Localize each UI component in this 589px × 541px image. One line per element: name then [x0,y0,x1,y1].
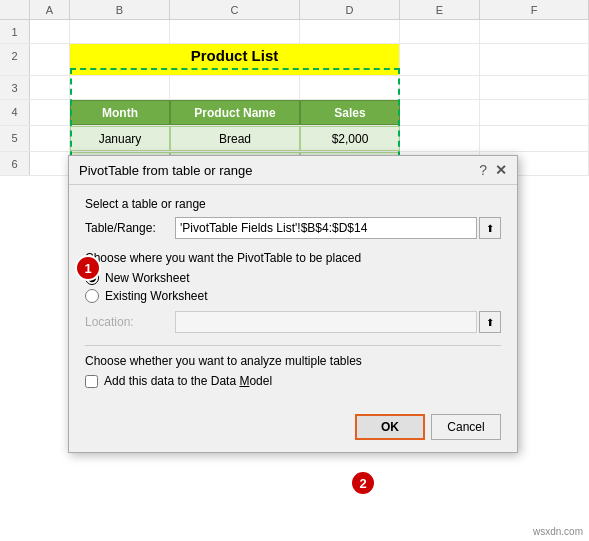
help-icon[interactable]: ? [479,162,487,178]
dialog-controls: ? ✕ [479,162,507,178]
new-worksheet-label: New Worksheet [105,271,189,285]
existing-worksheet-row: Existing Worksheet [85,289,501,303]
section3-label: Choose whether you want to analyze multi… [85,354,501,368]
ok-button[interactable]: OK [355,414,425,440]
location-collapse-button[interactable]: ⬆ [479,311,501,333]
new-worksheet-row: New Worksheet [85,271,501,285]
location-label: Location: [85,315,175,329]
divider [85,345,501,346]
close-button[interactable]: ✕ [495,162,507,178]
badge-2: 2 [350,470,376,496]
dialog-title: PivotTable from table or range [79,163,252,178]
dialog-overlay: PivotTable from table or range ? ✕ Selec… [0,0,589,541]
watermark: wsxdn.com [533,526,583,537]
dialog-body: Select a table or range Table/Range: ⬆ C… [69,185,517,414]
table-range-collapse-button[interactable]: ⬆ [479,217,501,239]
pivot-dialog: PivotTable from table or range ? ✕ Selec… [68,155,518,453]
location-row: Location: ⬆ [85,311,501,333]
cancel-button[interactable]: Cancel [431,414,501,440]
location-input[interactable] [175,311,477,333]
data-model-row: Add this data to the Data Model [85,374,501,388]
table-range-input[interactable] [175,217,477,239]
section1-label: Select a table or range [85,197,501,211]
dialog-titlebar: PivotTable from table or range ? ✕ [69,156,517,185]
data-model-checkbox[interactable] [85,375,98,388]
existing-worksheet-label: Existing Worksheet [105,289,208,303]
existing-worksheet-radio[interactable] [85,289,99,303]
placement-radio-group: New Worksheet Existing Worksheet [85,271,501,303]
data-model-label: Add this data to the Data Model [104,374,272,388]
table-range-label: Table/Range: [85,221,175,235]
section2-label: Choose where you want the PivotTable to … [85,251,501,265]
dialog-footer: OK Cancel [69,414,517,452]
table-range-row: Table/Range: ⬆ [85,217,501,239]
badge-1: 1 [75,255,101,281]
